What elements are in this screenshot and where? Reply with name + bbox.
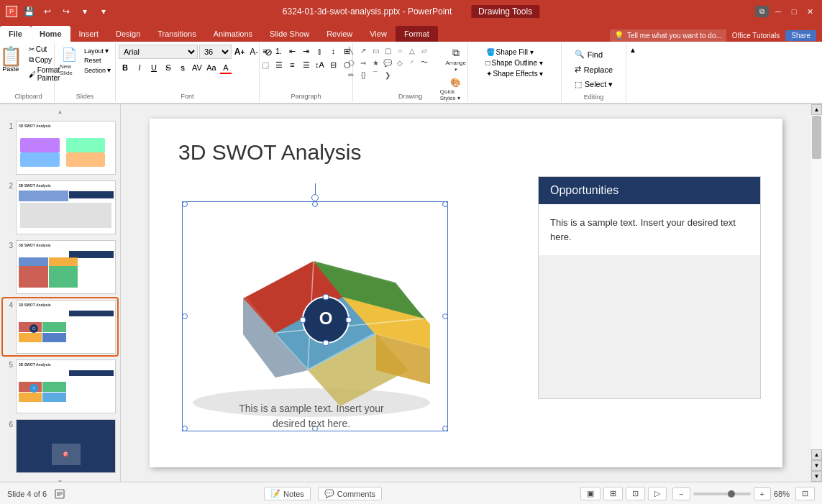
slide-sorter-button[interactable]: ⊞: [603, 487, 623, 500]
shadow-button[interactable]: s: [176, 61, 189, 74]
increase-indent-button[interactable]: ⇥: [300, 45, 313, 58]
maximize-window-button[interactable]: □: [787, 6, 800, 17]
bold-button[interactable]: B: [119, 61, 132, 74]
notes-button[interactable]: 📝 Notes: [264, 487, 311, 500]
shape-curve[interactable]: 〜: [419, 57, 430, 68]
zoom-out-button[interactable]: −: [672, 487, 690, 500]
tab-home[interactable]: Home: [31, 26, 70, 42]
share-btn[interactable]: Share: [785, 30, 816, 41]
slide-thumb-1[interactable]: 1 3D SWOT Analysis: [3, 119, 117, 176]
align-text-button[interactable]: ⊟: [327, 58, 340, 71]
text-direction-button[interactable]: ↕A: [314, 58, 326, 71]
scroll-down-button[interactable]: ▼: [811, 471, 822, 482]
tab-transitions[interactable]: Transitions: [149, 26, 204, 42]
slide-thumb-3[interactable]: 3 3D SWOT Analysis: [3, 239, 117, 295]
justify-button[interactable]: ☰: [300, 58, 313, 71]
shape-star[interactable]: ★: [370, 57, 381, 68]
tab-insert[interactable]: Insert: [70, 26, 108, 42]
scroll-up-button[interactable]: ▲: [811, 104, 822, 115]
save-button[interactable]: 💾: [22, 4, 36, 19]
new-slide-button[interactable]: 📄 New Slide: [58, 45, 81, 78]
shape-freeform[interactable]: ✏: [345, 69, 357, 81]
shape-triangle[interactable]: △: [406, 45, 418, 56]
close-window-button[interactable]: ✕: [803, 6, 816, 17]
shape-arrow-right[interactable]: ⇒: [357, 57, 369, 68]
strikethrough-button[interactable]: S: [162, 61, 175, 74]
tab-format[interactable]: Format: [396, 26, 438, 42]
handle-tr[interactable]: [442, 201, 448, 207]
shape-fill-button[interactable]: 🪣 Shape Fill ▾: [485, 47, 545, 57]
line-spacing-button[interactable]: ↕: [327, 45, 340, 58]
section-button[interactable]: Section ▾: [83, 65, 112, 75]
decrease-indent-button[interactable]: ⇤: [286, 45, 299, 58]
zoom-thumb[interactable]: [728, 490, 735, 498]
underline-button[interactable]: U: [147, 61, 160, 74]
shape-diamond[interactable]: ◇: [394, 57, 406, 68]
shape-outline-button[interactable]: □ Shape Outline ▾: [485, 58, 545, 68]
shape-brace[interactable]: ⌒: [370, 69, 381, 81]
align-right-button[interactable]: ≡: [286, 58, 299, 71]
panel-scroll-bottom[interactable]: ▼: [3, 477, 117, 482]
slide-thumb-2[interactable]: 2 3D SWOT Analysis: [3, 179, 117, 236]
shape-effects-button[interactable]: ✦ Shape Effects ▾: [485, 69, 545, 78]
change-case-button[interactable]: Aa: [205, 61, 218, 74]
rotate-handle[interactable]: [311, 183, 319, 201]
shape-bracket[interactable]: {}: [357, 69, 369, 81]
numbering-button[interactable]: 1.: [273, 45, 286, 58]
panel-scroll-top[interactable]: ▲: [3, 107, 117, 116]
tab-animations[interactable]: Animations: [205, 26, 261, 42]
bullets-button[interactable]: ≡: [259, 45, 272, 58]
font-size-select[interactable]: 36 12 14 18 24 28 48: [199, 45, 232, 59]
slide-show-button[interactable]: ▷: [648, 487, 667, 500]
slide-notes-toggle[interactable]: [54, 488, 65, 500]
normal-view-button[interactable]: ▣: [580, 487, 600, 500]
tab-file[interactable]: File: [0, 26, 31, 42]
zoom-slider[interactable]: [693, 492, 751, 495]
redo-button[interactable]: ↪: [59, 4, 73, 19]
slide-thumb-4[interactable]: 4 3D SWOT Analysis O: [3, 298, 117, 355]
minimize-ribbon-button[interactable]: ▾: [96, 4, 111, 19]
find-button[interactable]: 🔍 Find: [571, 47, 606, 61]
scroll-down-small-button[interactable]: ▼: [811, 460, 822, 471]
tell-me-box[interactable]: 💡 Tell me what you want to do...: [610, 29, 726, 42]
shape-arrow[interactable]: ↗: [357, 45, 369, 56]
tab-view[interactable]: View: [361, 26, 396, 42]
tab-review[interactable]: Review: [318, 26, 361, 42]
collapse-ribbon-button[interactable]: ▲: [628, 45, 638, 55]
slide-thumb-6[interactable]: 6 🎯: [3, 418, 117, 475]
customize-button[interactable]: ▾: [78, 4, 92, 19]
scroll-thumb[interactable]: [812, 116, 821, 159]
handle-tm[interactable]: [312, 201, 318, 207]
zoom-in-button[interactable]: +: [754, 487, 771, 500]
grow-font-button[interactable]: A+: [233, 45, 246, 58]
scroll-up-small-button[interactable]: ▲: [811, 449, 822, 460]
shape-chevron[interactable]: ❯: [382, 69, 393, 81]
comments-button[interactable]: 💬 Comments: [318, 487, 382, 500]
tab-design[interactable]: Design: [107, 26, 149, 42]
shape-arc[interactable]: ◜: [406, 57, 418, 68]
align-left-button[interactable]: ⬚: [259, 58, 272, 71]
italic-button[interactable]: I: [133, 61, 146, 74]
tab-slideshow[interactable]: Slide Show: [261, 26, 318, 42]
reading-view-button[interactable]: ⊡: [626, 487, 645, 500]
shape-pentagon[interactable]: ⬠: [345, 57, 357, 68]
shape-rounded-rect[interactable]: ▢: [382, 45, 393, 56]
align-center-button[interactable]: ☰: [273, 58, 286, 71]
swot-shape-container[interactable]: O: [186, 205, 444, 428]
restore-button[interactable]: ⧉: [755, 6, 769, 17]
handle-mr[interactable]: [442, 313, 448, 319]
font-name-select[interactable]: Arial Calibri Times New Roman: [119, 45, 198, 59]
reset-button[interactable]: Reset: [83, 56, 112, 65]
shape-parallelogram[interactable]: ▱: [419, 45, 430, 56]
shape-line[interactable]: ╲: [345, 45, 357, 56]
font-color-button[interactable]: A: [219, 61, 232, 74]
shape-callout[interactable]: 💬: [382, 57, 393, 68]
char-spacing-button[interactable]: AV: [191, 61, 204, 74]
shape-rect[interactable]: ▭: [370, 45, 381, 56]
columns-button[interactable]: ⫿: [314, 45, 326, 58]
fit-slide-button[interactable]: ⊡: [795, 487, 815, 500]
slide-thumb-5[interactable]: 5 3D SWOT Analysis T: [3, 358, 117, 415]
handle-tl[interactable]: [182, 201, 188, 207]
select-button[interactable]: ⬚ Select ▾: [571, 78, 617, 91]
minimize-window-button[interactable]: ─: [772, 6, 785, 17]
